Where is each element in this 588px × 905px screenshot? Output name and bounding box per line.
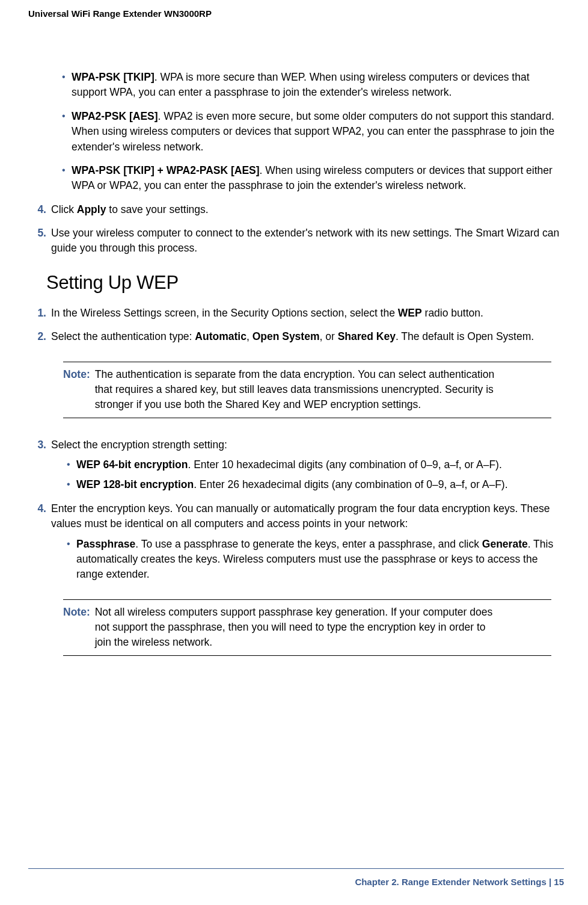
note-text: The authentication is separate from the … xyxy=(95,367,551,413)
bullet-wpa-wpa2-combined: • WPA-PSK [TKIP] + WPA2-PASK [AES]. When… xyxy=(46,163,563,194)
heading-setting-up-wep: Setting Up WEP xyxy=(46,272,563,294)
step-4: 4. Click Apply to save your settings. xyxy=(35,202,563,217)
bullet-wpa-psk-tkip: • WPA-PSK [TKIP]. WPA is more secure tha… xyxy=(46,70,563,100)
step-number: 3. xyxy=(35,437,51,493)
step-number: 2. xyxy=(35,329,51,344)
step-text: Click Apply to save your settings. xyxy=(51,202,563,217)
note-authentication: Note: The authentication is separate fro… xyxy=(63,362,551,418)
footer-divider xyxy=(28,868,564,869)
note-text: Not all wireless computers support passp… xyxy=(95,605,551,650)
bullet-marker: • xyxy=(51,457,76,472)
step-text: Select the authentication type: Automati… xyxy=(51,329,563,344)
bullet-text: WEP 128-bit encryption. Enter 26 hexadec… xyxy=(76,477,563,492)
sub-bullet-wep-64: • WEP 64-bit encryption. Enter 10 hexade… xyxy=(51,457,563,472)
step-text: In the Wireless Settings screen, in the … xyxy=(51,306,563,321)
step-text: Select the encryption strength setting: … xyxy=(51,437,563,493)
sub-bullet-passphrase: • Passphrase. To use a passphrase to gen… xyxy=(51,537,563,582)
step-5: 5. Use your wireless computer to connect… xyxy=(35,226,563,256)
step-text: Use your wireless computer to connect to… xyxy=(51,226,563,256)
sub-bullet-wep-128: • WEP 128-bit encryption. Enter 26 hexad… xyxy=(51,477,563,492)
footer-text: Chapter 2. Range Extender Network Settin… xyxy=(355,877,564,887)
bullet-text: WPA-PSK [TKIP]. WPA is more secure than … xyxy=(72,70,563,100)
bullet-marker: • xyxy=(46,163,72,194)
note-label: Note: xyxy=(63,367,95,413)
note-label: Note: xyxy=(63,605,95,650)
bullet-marker: • xyxy=(51,477,76,492)
bullet-wpa2-psk-aes: • WPA2-PSK [AES]. WPA2 is even more secu… xyxy=(46,109,563,155)
bullet-marker: • xyxy=(46,70,72,100)
bullet-text: WPA-PSK [TKIP] + WPA2-PASK [AES]. When u… xyxy=(72,163,563,194)
bullet-text: Passphrase. To use a passphrase to gener… xyxy=(76,537,563,582)
step-number: 1. xyxy=(35,306,51,321)
wep-step-4: 4. Enter the encryption keys. You can ma… xyxy=(35,501,563,582)
wep-step-2: 2. Select the authentication type: Autom… xyxy=(35,329,563,344)
document-header: Universal WiFi Range Extender WN3000RP xyxy=(28,8,212,19)
bullet-text: WPA2-PSK [AES]. WPA2 is even more secure… xyxy=(72,109,563,155)
step-text: Enter the encryption keys. You can manua… xyxy=(51,501,563,582)
step-number: 4. xyxy=(35,501,51,582)
main-content: • WPA-PSK [TKIP]. WPA is more secure tha… xyxy=(46,70,563,675)
bullet-marker: • xyxy=(46,109,72,155)
bullet-text: WEP 64-bit encryption. Enter 10 hexadeci… xyxy=(76,457,563,472)
wep-step-3: 3. Select the encryption strength settin… xyxy=(35,437,563,493)
wep-step-1: 1. In the Wireless Settings screen, in t… xyxy=(35,306,563,321)
step-number: 5. xyxy=(35,226,51,256)
bullet-marker: • xyxy=(51,537,76,582)
note-passphrase-support: Note: Not all wireless computers support… xyxy=(63,599,551,656)
step-number: 4. xyxy=(35,202,51,217)
